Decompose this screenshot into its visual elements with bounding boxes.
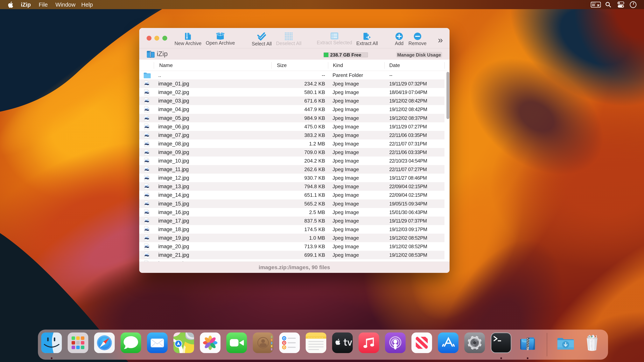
svg-text:⌘: ⌘	[597, 4, 600, 7]
